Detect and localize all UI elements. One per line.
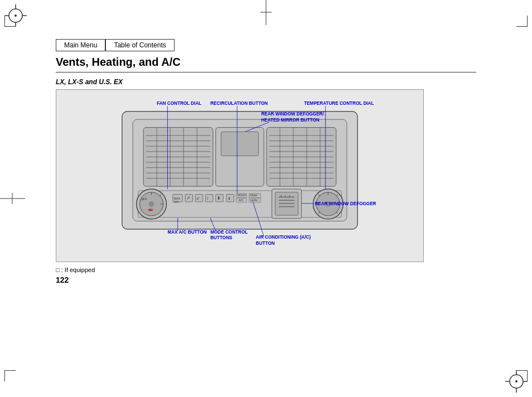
svg-text:FRONT: FRONT <box>237 194 246 197</box>
svg-text:🚗: 🚗 <box>148 206 153 211</box>
ac-button-label-1: AIR CONDITIONING (A/C) <box>256 235 311 240</box>
corner-mark-tl <box>4 4 27 27</box>
footer-note: □ : If equipped <box>56 267 476 273</box>
max-ac-button-label: MAX A/C BUTTON <box>167 230 206 235</box>
mode-control-buttons-label-2: BUTTONS <box>210 235 233 240</box>
svg-text:↙: ↙ <box>196 196 200 201</box>
main-menu-button[interactable]: Main Menu <box>56 39 105 51</box>
crosshair-top <box>258 0 274 25</box>
page-subtitle: LX, LX-S and U.S. EX <box>56 78 476 86</box>
rear-window-defogger-label: REAR WINDOW DEFOGGER <box>315 201 376 206</box>
rear-window-defogger-heated-mirror-label-2: HEATED MIRROR BUTTON <box>261 118 319 123</box>
svg-text:↗: ↗ <box>186 196 190 201</box>
svg-text:A/C: A/C <box>239 198 244 202</box>
fan-control-dial-label: FAN CONTROL DIAL <box>157 101 201 106</box>
recirculation-button-label: RECIRCULATION BUTTON <box>210 101 268 106</box>
crosshair-left <box>0 190 25 207</box>
svg-rect-42 <box>221 132 258 156</box>
svg-point-60 <box>149 201 154 207</box>
hvac-diagram: OFF 🚗 MAX A/C ↗ ↙ ↕ ⬆ 🌡 <box>56 89 424 262</box>
svg-point-13 <box>515 380 518 383</box>
svg-text:🌡: 🌡 <box>228 196 231 200</box>
rear-window-defogger-heated-mirror-label-1: REAR WINDOW DEFOGGER/ <box>261 112 324 117</box>
corner-mark-tr <box>505 4 528 27</box>
svg-text:Up/Dn: Up/Dn <box>250 199 258 202</box>
ac-button-label-2: BUTTON <box>256 241 275 246</box>
temperature-control-dial-label: TEMPERATURE CONTROL DIAL <box>304 101 374 106</box>
note-icon: □ <box>56 267 60 273</box>
nav-buttons: Main Menu Table of Contents <box>56 39 476 51</box>
main-content: Main Menu Table of Contents Vents, Heati… <box>56 39 476 284</box>
corner-mark-bl <box>4 370 27 393</box>
page-number: 122 <box>56 275 476 284</box>
svg-text:↕: ↕ <box>206 196 209 201</box>
hvac-diagram-svg: OFF 🚗 MAX A/C ↗ ↙ ↕ ⬆ 🌡 <box>62 95 418 256</box>
svg-text:REAR: REAR <box>250 194 258 197</box>
mode-control-buttons-label-1: MODE CONTROL <box>210 230 248 235</box>
svg-text:A/C: A/C <box>174 200 179 204</box>
table-of-contents-button[interactable]: Table of Contents <box>105 39 174 51</box>
svg-point-1 <box>14 14 17 17</box>
page-title: Vents, Heating, and A/C <box>56 56 476 72</box>
corner-mark-br <box>505 370 528 393</box>
svg-text:OFF: OFF <box>141 197 147 201</box>
svg-text:⬆: ⬆ <box>217 196 221 201</box>
note-text: : If equipped <box>61 267 95 273</box>
